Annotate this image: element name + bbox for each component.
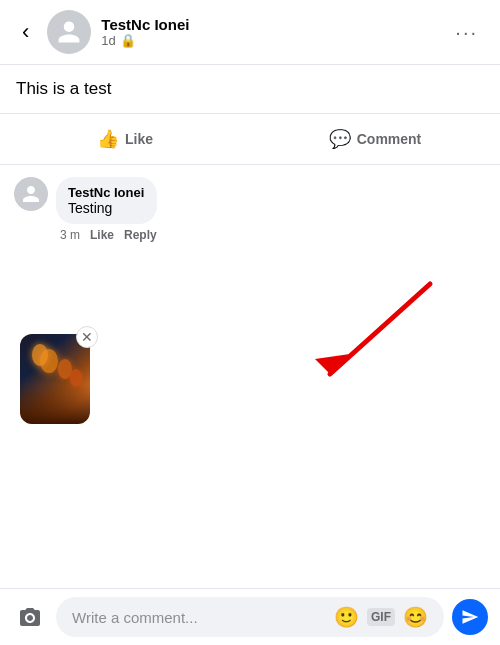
user-icon	[56, 19, 82, 45]
comment-text: Testing	[68, 200, 145, 216]
like-button[interactable]: 👍 Like	[0, 118, 250, 160]
privacy-lock-icon: 🔒	[120, 33, 136, 48]
commenter-user-icon	[21, 184, 41, 204]
emoji-icon[interactable]: 😊	[403, 605, 428, 629]
post-time: 1d	[101, 33, 115, 48]
input-placeholder: Write a comment...	[72, 609, 198, 626]
red-arrow-annotation	[240, 274, 440, 418]
author-name: TestNc Ionei	[101, 16, 437, 33]
comment-author: TestNc Ionei	[68, 185, 145, 200]
annotation-area: ✕	[0, 264, 500, 424]
header: ‹ TestNc Ionei 1d 🔒 ···	[0, 0, 500, 65]
comment-bubble: TestNc Ionei Testing	[56, 177, 157, 224]
commenter-avatar	[14, 177, 48, 211]
like-label: Like	[125, 131, 153, 147]
avatar	[47, 10, 91, 54]
comment-time: 3 m	[60, 228, 80, 242]
remove-attachment-button[interactable]: ✕	[76, 326, 98, 348]
comment-icon: 💬	[329, 128, 351, 150]
send-icon	[461, 608, 479, 626]
comment-label: Comment	[357, 131, 422, 147]
attachment-area: ✕	[20, 334, 90, 424]
action-bar: 👍 Like 💬 Comment	[0, 114, 500, 165]
like-icon: 👍	[97, 128, 119, 150]
post-meta: 1d 🔒	[101, 33, 437, 48]
camera-icon	[18, 605, 42, 629]
gif-button[interactable]: GIF	[367, 608, 395, 626]
comment-input-area[interactable]: Write a comment... 🙂 GIF 😊	[56, 597, 444, 637]
comment-actions: 3 m Like Reply	[56, 228, 157, 242]
camera-button[interactable]	[12, 599, 48, 635]
comment-section: TestNc Ionei Testing 3 m Like Reply	[0, 165, 500, 254]
post-text: This is a test	[16, 79, 111, 98]
sticker-icon[interactable]: 🙂	[334, 605, 359, 629]
comment-like-button[interactable]: Like	[90, 228, 114, 242]
comment-row: TestNc Ionei Testing 3 m Like Reply	[14, 177, 486, 242]
svg-line-0	[330, 284, 430, 374]
author-info: TestNc Ionei 1d 🔒	[101, 16, 437, 48]
comment-button[interactable]: 💬 Comment	[250, 118, 500, 160]
post-body: This is a test	[0, 65, 500, 114]
image-thumbnail	[20, 334, 90, 424]
send-button[interactable]	[452, 599, 488, 635]
image-attachment-wrapper: ✕	[20, 334, 90, 424]
input-bar: Write a comment... 🙂 GIF 😊	[0, 588, 500, 645]
input-icons: 🙂 GIF 😊	[334, 605, 428, 629]
comment-reply-button[interactable]: Reply	[124, 228, 157, 242]
back-button[interactable]: ‹	[14, 15, 37, 49]
more-options-button[interactable]: ···	[447, 17, 486, 48]
